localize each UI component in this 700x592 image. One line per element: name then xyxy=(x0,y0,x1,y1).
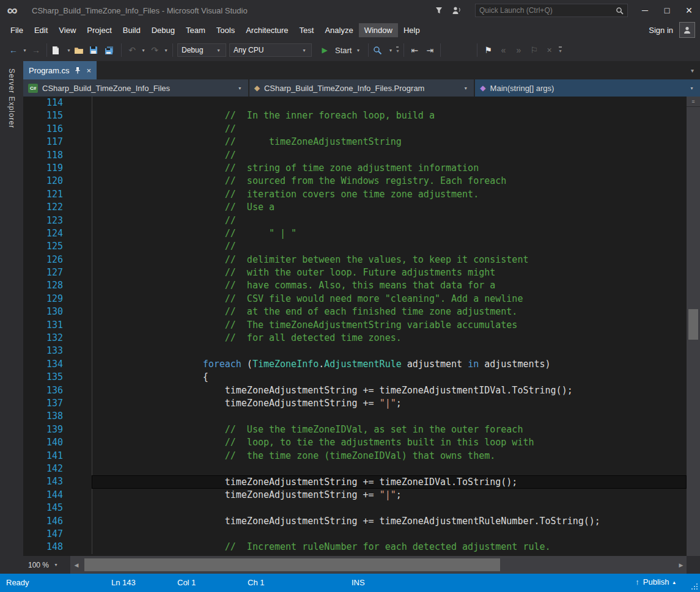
line-number[interactable]: 125 xyxy=(23,240,63,253)
menu-item-team[interactable]: Team xyxy=(180,23,211,37)
bookmark-folder-icon[interactable]: ⚐ xyxy=(526,45,541,55)
code-text[interactable]: // xyxy=(92,240,687,253)
clear-bookmarks-icon[interactable]: × xyxy=(542,45,556,55)
code-text[interactable]: timeZoneAdjustmentString += timeZoneAdju… xyxy=(92,384,687,397)
line-number[interactable]: 119 xyxy=(23,162,63,175)
breakpoint-margin[interactable] xyxy=(63,279,92,292)
line-number[interactable]: 135 xyxy=(23,371,63,384)
breakpoint-margin[interactable] xyxy=(63,475,92,488)
code-text[interactable] xyxy=(92,410,687,423)
line-number[interactable]: 131 xyxy=(23,319,63,332)
menu-item-build[interactable]: Build xyxy=(117,23,146,37)
line-number[interactable]: 122 xyxy=(23,201,63,214)
breakpoint-margin[interactable] xyxy=(63,541,92,554)
code-text[interactable]: // " | " xyxy=(92,227,687,240)
code-text[interactable]: foreach (TimeZoneInfo.AdjustmentRule adj… xyxy=(92,358,687,371)
vertical-scrollbar-track[interactable] xyxy=(687,107,700,556)
line-number[interactable]: 144 xyxy=(23,489,63,502)
line-number[interactable]: 126 xyxy=(23,254,63,266)
start-dropdown-icon[interactable]: ▾ xyxy=(355,48,361,53)
line-number[interactable]: 117 xyxy=(23,136,63,148)
feedback-funnel-icon[interactable] xyxy=(435,6,452,15)
line-number[interactable]: 115 xyxy=(23,109,63,122)
new-file-dropdown-icon[interactable]: ▾ xyxy=(65,48,72,53)
breakpoint-margin[interactable] xyxy=(63,201,92,214)
navigate-backward-dropdown-icon[interactable]: ▾ xyxy=(21,48,28,53)
breakpoint-margin[interactable] xyxy=(63,319,92,332)
solution-platform-dropdown[interactable]: Any CPU ▾ xyxy=(229,43,312,57)
menu-item-analyze[interactable]: Analyze xyxy=(319,23,358,37)
line-number[interactable]: 116 xyxy=(23,123,63,136)
breakpoint-margin[interactable] xyxy=(63,240,92,253)
menu-item-file[interactable]: File xyxy=(5,23,29,37)
breakpoint-margin[interactable] xyxy=(63,293,92,305)
code-text[interactable]: // xyxy=(92,149,687,162)
minimize-button[interactable]: ─ xyxy=(634,2,656,19)
breakpoint-margin[interactable] xyxy=(63,410,92,423)
tab-close-icon[interactable]: × xyxy=(86,66,91,75)
document-list-dropdown-icon[interactable]: ▾ xyxy=(691,67,700,74)
breakpoint-margin[interactable] xyxy=(63,162,92,175)
breakpoint-margin[interactable] xyxy=(63,123,92,136)
server-explorer-tab[interactable]: Server Explorer xyxy=(7,61,16,128)
avatar[interactable] xyxy=(679,22,695,38)
line-number[interactable]: 132 xyxy=(23,332,63,345)
vertical-scrollbar-thumb[interactable] xyxy=(688,309,698,340)
menu-item-project[interactable]: Project xyxy=(81,23,117,37)
code-text[interactable]: // loop, to tie the adjustments built in… xyxy=(92,436,687,449)
line-number[interactable]: 128 xyxy=(23,279,63,292)
tab-program-cs[interactable]: Program.cs × xyxy=(23,61,97,79)
breakpoint-margin[interactable] xyxy=(63,397,92,410)
line-number[interactable]: 141 xyxy=(23,450,63,462)
toggle-bookmark-icon[interactable]: ⚑ xyxy=(481,45,495,55)
undo-dropdown-icon[interactable]: ▾ xyxy=(140,48,147,53)
code-text[interactable]: // have commas. Also, this means that da… xyxy=(92,279,687,292)
code-text[interactable] xyxy=(92,528,687,541)
editor-splitter-handle[interactable]: ≡ xyxy=(687,97,700,107)
maximize-button[interactable]: □ xyxy=(656,2,678,19)
line-number[interactable]: 139 xyxy=(23,423,63,436)
code-text[interactable]: { xyxy=(92,371,687,384)
line-number[interactable]: 147 xyxy=(23,528,63,541)
code-text[interactable] xyxy=(92,97,687,109)
redo-dropdown-icon[interactable]: ▾ xyxy=(163,48,169,53)
navigate-forward-icon[interactable]: → xyxy=(29,45,43,55)
breakpoint-margin[interactable] xyxy=(63,214,92,227)
line-number[interactable]: 129 xyxy=(23,293,63,305)
code-text[interactable]: // the time zone (timeZoneIDVal) that ow… xyxy=(92,450,687,462)
find-dropdown-icon[interactable]: ▾ xyxy=(387,48,394,53)
code-text[interactable]: timeZoneAdjustmentString += timeZoneIDVa… xyxy=(92,475,687,488)
redo-icon[interactable]: ↷ xyxy=(147,45,162,55)
line-number[interactable]: 121 xyxy=(23,188,63,201)
start-debugging-button[interactable]: ▶ Start ▾ xyxy=(314,46,365,55)
code-text[interactable] xyxy=(92,462,687,475)
line-number[interactable]: 148 xyxy=(23,541,63,554)
line-number[interactable]: 138 xyxy=(23,410,63,423)
menu-item-architecture[interactable]: Architecture xyxy=(240,23,293,37)
breakpoint-margin[interactable] xyxy=(63,515,92,528)
open-file-icon[interactable] xyxy=(73,46,87,54)
code-text[interactable]: // The timeZoneAdjustmentString variable… xyxy=(92,319,687,332)
breakpoint-margin[interactable] xyxy=(63,227,92,240)
breakpoint-margin[interactable] xyxy=(63,97,92,109)
close-button[interactable]: × xyxy=(678,2,700,19)
breakpoint-margin[interactable] xyxy=(63,332,92,345)
quick-launch-input[interactable]: Quick Launch (Ctrl+Q) xyxy=(475,4,628,17)
line-number[interactable]: 133 xyxy=(23,345,63,357)
zoom-dropdown[interactable]: 100 % ▾ xyxy=(23,556,71,574)
code-text[interactable]: // sourced from the Windows registry. Ea… xyxy=(92,175,687,188)
scroll-right-icon[interactable]: ▶ xyxy=(676,556,687,574)
send-feedback-person-icon[interactable] xyxy=(452,6,469,15)
code-text[interactable]: // timeZoneAdjustmentString xyxy=(92,136,687,148)
code-text[interactable]: // In the inner foreach loop, build a xyxy=(92,109,687,122)
find-in-files-icon[interactable] xyxy=(372,46,386,55)
breakpoint-margin[interactable] xyxy=(63,450,92,462)
navigate-backward-icon[interactable]: ← xyxy=(6,45,21,55)
menu-item-edit[interactable]: Edit xyxy=(29,23,53,37)
code-text[interactable]: // for all detected time zones. xyxy=(92,332,687,345)
breakpoint-margin[interactable] xyxy=(63,384,92,397)
code-text[interactable]: // delimiter between the values, to keep… xyxy=(92,254,687,266)
line-number[interactable]: 137 xyxy=(23,397,63,410)
line-number[interactable]: 140 xyxy=(23,436,63,449)
code-text[interactable]: // CSV file would need more "cleaning". … xyxy=(92,293,687,305)
